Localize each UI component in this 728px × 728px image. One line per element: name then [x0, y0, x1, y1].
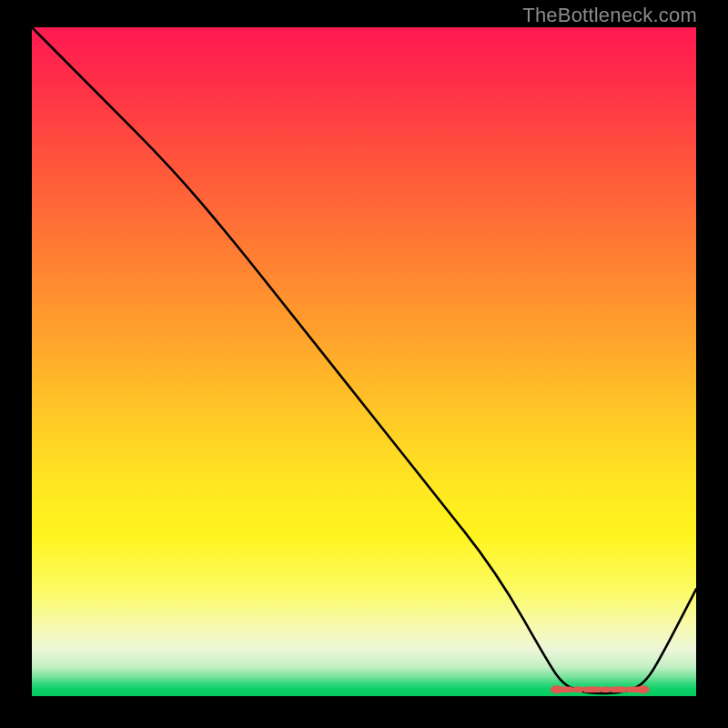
bottleneck-curve	[32, 27, 696, 693]
chart-frame: TheBottleneck.com	[0, 0, 728, 728]
chart-overlay	[32, 27, 696, 696]
watermark-text: TheBottleneck.com	[522, 4, 697, 27]
